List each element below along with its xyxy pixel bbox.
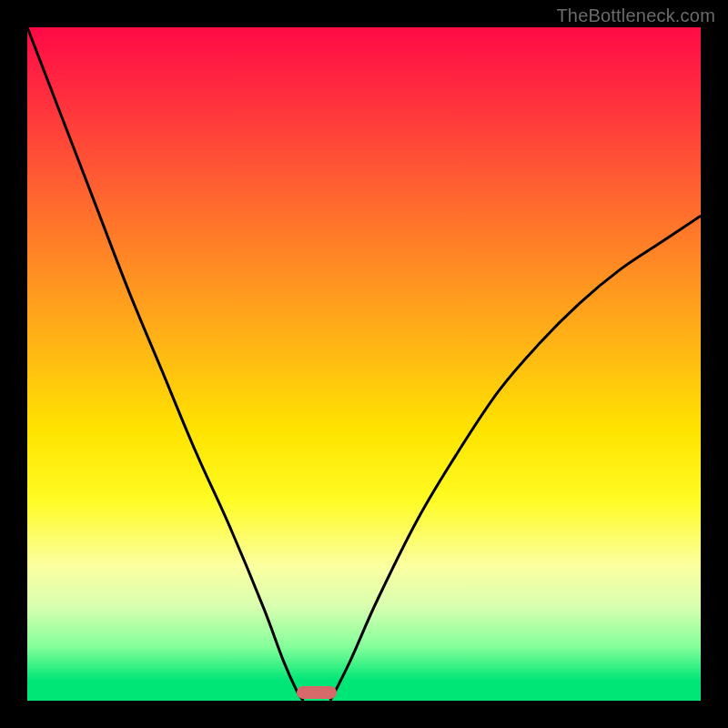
chart-plot-area [27,27,701,701]
watermark-text: TheBottleneck.com [556,5,715,26]
chart-curves-svg [27,27,701,701]
right-curve-path [330,216,701,701]
left-curve-path [27,27,303,701]
bottleneck-marker [297,686,337,699]
